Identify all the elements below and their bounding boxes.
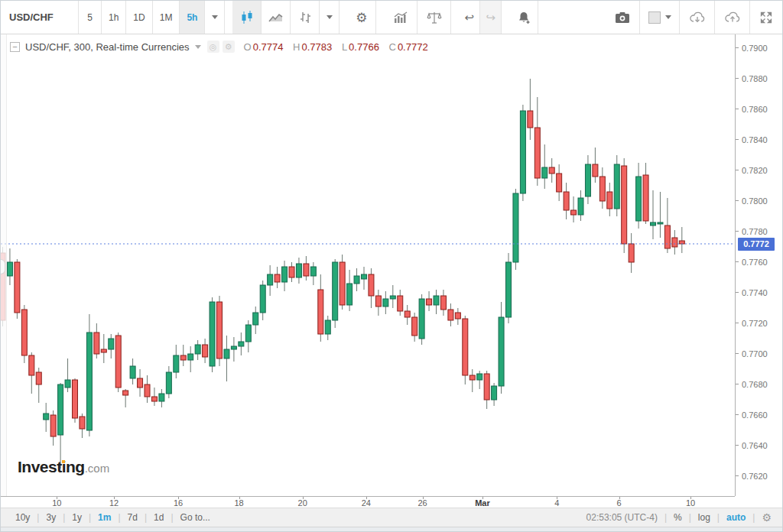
time-tick-label: 12 xyxy=(109,498,119,508)
candle xyxy=(549,158,554,183)
range-button-1d[interactable]: 1d xyxy=(147,512,171,523)
time-axis[interactable]: 10121618202426Mar4610 xyxy=(1,496,735,508)
candle xyxy=(354,268,359,291)
series-settings-button[interactable]: ⚙ xyxy=(223,41,235,53)
interval-button-1h[interactable]: 1h xyxy=(102,1,126,34)
candle xyxy=(195,340,200,360)
snapshot-button[interactable] xyxy=(605,1,640,34)
candle xyxy=(86,314,92,436)
candle xyxy=(304,256,309,281)
price-tick-label: 0.7740 xyxy=(736,288,782,297)
pane-collapse-handle[interactable] xyxy=(1,259,5,274)
open-value: 0.7774 xyxy=(253,41,284,53)
candle xyxy=(434,290,439,314)
candle xyxy=(455,308,460,325)
toolbar-gap xyxy=(225,1,232,34)
candle xyxy=(166,366,171,398)
bottom-toolbar: 10y|3y|1y|1m|7d|1d|Go to... 02:53:05 (UT… xyxy=(1,508,782,527)
price-tick-label: 0.7640 xyxy=(736,441,782,450)
redo-button[interactable]: ↪ xyxy=(480,1,502,34)
candle xyxy=(224,336,229,381)
candle xyxy=(15,259,20,319)
range-button-7d[interactable]: 7d xyxy=(121,512,145,523)
fullscreen-button[interactable] xyxy=(750,1,782,34)
candle xyxy=(419,294,424,345)
chevron-down-icon[interactable] xyxy=(195,45,201,49)
candle xyxy=(282,261,288,291)
range-button-3y[interactable]: 3y xyxy=(39,512,63,523)
series-legend: − USD/CHF, 300, Real-time Currencies ◎ ⚙… xyxy=(10,41,435,53)
save-chart-button[interactable] xyxy=(715,1,750,34)
candle xyxy=(145,375,150,403)
high-value: 0.7783 xyxy=(301,41,332,53)
candle xyxy=(390,285,395,308)
chart-type-area-button[interactable] xyxy=(262,1,291,34)
candle xyxy=(427,291,432,311)
candle xyxy=(188,346,193,372)
price-axis[interactable]: 0.79000.78800.78600.78400.78200.78000.77… xyxy=(735,34,782,496)
candles-svg[interactable] xyxy=(1,34,736,496)
load-chart-button[interactable] xyxy=(680,1,715,34)
candle xyxy=(58,383,63,469)
candle xyxy=(325,316,330,340)
background-color-button[interactable] xyxy=(640,1,680,34)
time-tick-label: 26 xyxy=(417,498,427,508)
add-alert-button[interactable] xyxy=(509,1,538,34)
candle xyxy=(210,297,215,372)
top-toolbar: USD/CHF 51h1D1M5h xyxy=(1,1,782,34)
range-button-10y[interactable]: 10y xyxy=(8,512,37,523)
auto-scale-button[interactable]: auto xyxy=(720,512,752,523)
indicators-icon xyxy=(393,11,408,24)
interval-dropdown-button[interactable] xyxy=(205,1,225,34)
candle xyxy=(658,192,663,238)
page-bottom-strip xyxy=(1,527,782,532)
candle xyxy=(672,230,677,255)
time-tick-label: 10 xyxy=(52,498,61,508)
range-group: 10y|3y|1y|1m|7d|1d|Go to... xyxy=(1,512,217,523)
candle xyxy=(109,334,114,358)
fullscreen-icon xyxy=(760,11,772,24)
candle xyxy=(398,290,403,316)
area-chart-icon xyxy=(268,11,284,24)
chart-type-candles-button[interactable] xyxy=(232,1,262,34)
candle xyxy=(231,337,236,362)
footer-settings-button[interactable]: ⚙ xyxy=(755,511,775,524)
chevron-down-icon xyxy=(665,15,671,19)
time-tick-label: 6 xyxy=(617,498,622,508)
candle xyxy=(593,148,598,183)
chart-type-dropdown-button[interactable] xyxy=(320,1,340,34)
log-scale-button[interactable]: log xyxy=(691,512,717,523)
price-tick-label: 0.7820 xyxy=(736,166,782,175)
candle xyxy=(383,291,388,314)
interval-button-1M[interactable]: 1M xyxy=(153,1,180,34)
range-button-1m[interactable]: 1m xyxy=(91,512,118,523)
series-title: USD/CHF, 300, Real-time Currencies xyxy=(25,41,190,53)
price-tick-label: 0.7680 xyxy=(736,380,782,389)
candle xyxy=(557,164,562,201)
compare-button[interactable] xyxy=(417,1,451,34)
candle xyxy=(50,410,56,446)
price-tick-label: 0.7700 xyxy=(736,349,782,358)
toggle-visibility-button[interactable]: ◎ xyxy=(207,41,219,53)
range-button-1y[interactable]: 1y xyxy=(65,512,89,523)
candle xyxy=(506,253,512,323)
candle xyxy=(36,368,41,403)
gear-icon: ⚙ xyxy=(356,10,367,25)
interval-button-1D[interactable]: 1D xyxy=(126,1,152,34)
candle xyxy=(629,233,634,273)
interval-button-5[interactable]: 5 xyxy=(79,1,102,34)
candle xyxy=(268,265,273,296)
candle xyxy=(664,198,670,253)
percent-scale-button[interactable]: % xyxy=(667,512,689,523)
symbol-button[interactable]: USD/CHF xyxy=(1,1,79,34)
interval-button-5h[interactable]: 5h xyxy=(180,1,205,34)
goto-button[interactable]: Go to... xyxy=(174,512,217,523)
settings-button[interactable]: ⚙ xyxy=(347,1,376,34)
time-tick-label: 20 xyxy=(298,498,307,508)
undo-button[interactable]: ↩ xyxy=(459,1,480,34)
candle xyxy=(296,258,301,284)
chart-type-bars-button[interactable] xyxy=(291,1,320,34)
collapse-legend-button[interactable]: − xyxy=(10,42,20,52)
indicators-button[interactable] xyxy=(384,1,417,34)
candle xyxy=(448,303,453,326)
